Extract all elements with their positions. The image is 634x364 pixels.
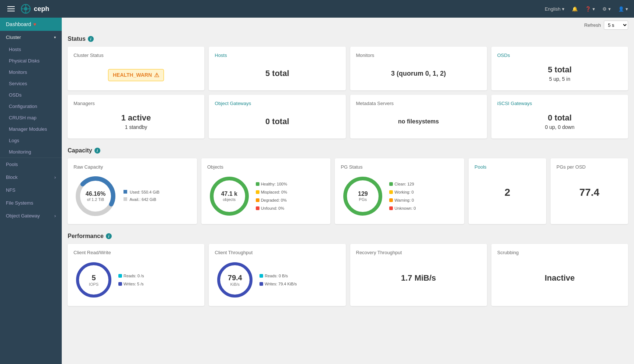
notifications-button[interactable]: 🔔: [572, 6, 578, 12]
objects-content: 47.1 k objects Healthy: 100% Mis: [207, 174, 325, 218]
metadata-servers-title: Metadata Servers: [356, 101, 481, 106]
question-icon: ❓: [585, 6, 591, 12]
navbar-logo-text: ceph: [34, 5, 49, 13]
recovery-throughput-value: 1.7 MiB/s: [401, 273, 436, 283]
sidebar-item-file-systems[interactable]: File Systems: [0, 197, 62, 209]
pools-content: 2: [474, 174, 540, 211]
iscsi-gateways-title[interactable]: iSCSI Gateways: [497, 101, 622, 106]
degraded-label: Degraded: 0%: [261, 196, 287, 204]
working-legend: Working: 0: [389, 188, 416, 196]
status-cards-grid: Cluster Status HEALTH_WARN ⚠ Hosts 5 tot…: [68, 47, 628, 138]
sidebar-item-monitors[interactable]: Monitors: [0, 66, 62, 78]
throughput-writes-dot: [259, 282, 263, 286]
sidebar-item-physical-disks[interactable]: Physical Disks: [0, 55, 62, 66]
sidebar-item-crush-map[interactable]: CRUSH map: [0, 112, 62, 123]
refresh-select[interactable]: 5 s 1 s 2 s 10 s 30 s 1 min: [604, 21, 628, 30]
object-gateways-content: 0 total: [215, 111, 340, 133]
scrubbing-content: Inactive: [497, 260, 622, 296]
capacity-info-icon[interactable]: i: [94, 148, 100, 154]
sidebar-item-object-gateway[interactable]: Object Gateway ›: [0, 209, 62, 222]
client-rw-center: 5 IOPS: [89, 274, 98, 286]
navbar: ceph English ▾ 🔔 ❓ ▾ ⚙ ▾ 👤 ▾: [0, 0, 634, 18]
user-button[interactable]: 👤 ▾: [618, 6, 628, 12]
svg-point-1: [24, 7, 28, 11]
pg-legend: Clean: 129 Working: 0 Warning: 0: [389, 180, 416, 212]
object-gateways-value: 0 total: [265, 117, 289, 126]
status-info-icon[interactable]: i: [88, 36, 94, 42]
sidebar-item-dashboard[interactable]: Dashboard ♥: [0, 18, 62, 31]
help-button[interactable]: ❓ ▾: [585, 6, 595, 12]
managers-value: 1 active: [121, 113, 151, 123]
osds-card: OSDs 5 total 5 up, 5 in: [491, 47, 628, 90]
sidebar-item-manager-modules[interactable]: Manager Modules: [0, 123, 62, 135]
settings-button[interactable]: ⚙ ▾: [602, 6, 611, 12]
refresh-label: Refresh: [584, 22, 601, 28]
managers-card: Managers 1 active 1 standby: [68, 95, 204, 138]
sidebar-item-configuration[interactable]: Configuration: [0, 101, 62, 112]
unknown-dot: [389, 206, 393, 210]
user-icon: 👤: [618, 6, 624, 12]
raw-capacity-pct: 46.16%: [86, 191, 105, 197]
sidebar-item-pools[interactable]: Pools: [0, 158, 62, 171]
dashboard-label: Dashboard: [6, 21, 31, 27]
performance-info-icon[interactable]: i: [106, 233, 112, 239]
client-throughput-card: Client Throughput 79.4 KiB/s: [209, 244, 345, 306]
warning-label: Warning: 0: [394, 196, 414, 204]
monitors-card-content: 3 (quorum 0, 1, 2): [356, 62, 481, 84]
gear-icon: ⚙: [602, 6, 607, 12]
sidebar-item-nfs[interactable]: NFS: [0, 184, 62, 197]
health-warn-badge: HEALTH_WARN ⚠: [108, 69, 164, 81]
pgs-per-osd-card: PGs per OSD 77.4: [551, 158, 628, 224]
object-gateways-title[interactable]: Object Gateways: [215, 101, 340, 106]
status-section: Status i Cluster Status HEALTH_WARN ⚠: [62, 33, 634, 144]
monitors-card-title: Monitors: [356, 53, 481, 58]
hamburger-menu[interactable]: [6, 5, 16, 13]
capacity-section-title: Capacity i: [68, 144, 628, 154]
avail-label: Avail.: 642 GiB: [129, 197, 156, 202]
managers-card-title: Managers: [74, 101, 198, 106]
hosts-card: Hosts 5 total: [209, 47, 345, 90]
client-throughput-value: 79.4: [228, 274, 242, 282]
capacity-section: Capacity i Raw Capacity 46.16: [62, 144, 634, 230]
raw-capacity-donut: 46.16% of 1.2 TiB: [74, 174, 118, 218]
client-throughput-legend: Reads: 0 B/s Writes: 79.4 KiB/s: [259, 272, 297, 288]
managers-subvalue: 1 standby: [125, 124, 147, 130]
throughput-writes-legend: Writes: 79.4 KiB/s: [259, 280, 297, 288]
osds-card-content: 5 total 5 up, 5 in: [497, 62, 622, 84]
sidebar-item-logs[interactable]: Logs: [0, 135, 62, 146]
performance-section: Performance i Client Read/Write: [62, 230, 634, 312]
language-selector[interactable]: English ▾: [545, 6, 565, 12]
sidebar-item-services[interactable]: Services: [0, 78, 62, 89]
osds-card-title[interactable]: OSDs: [497, 53, 622, 58]
used-dot: [123, 190, 127, 194]
client-rw-title: Client Read/Write: [74, 250, 198, 255]
pools-card-title[interactable]: Pools: [474, 164, 540, 170]
raw-capacity-card: Raw Capacity 46.16% of 1.2 TiB: [68, 158, 197, 224]
pg-sub: PGs: [358, 197, 368, 202]
client-rw-card: Client Read/Write 5 IOPS: [68, 244, 204, 306]
recovery-throughput-card: Recovery Throughput 1.7 MiB/s: [350, 244, 487, 306]
objects-center: 47.1 k objects: [221, 191, 237, 202]
client-throughput-donut: 79.4 KiB/s: [215, 260, 255, 300]
sidebar-item-hosts[interactable]: Hosts: [0, 44, 62, 55]
scrubbing-title: Scrubbing: [497, 250, 622, 255]
pg-status-center: 129 PGs: [358, 191, 368, 202]
cluster-section-header[interactable]: Cluster ▾: [0, 31, 62, 44]
pg-status-content: 129 PGs Clean: 129 Working: 0: [341, 174, 458, 218]
metadata-servers-card: Metadata Servers no filesystems: [350, 95, 487, 138]
cluster-label: Cluster: [6, 35, 21, 40]
chevron-right-icon: ›: [54, 213, 56, 219]
sidebar-item-block[interactable]: Block ›: [0, 171, 62, 184]
sidebar-item-monitoring[interactable]: Monitoring: [0, 146, 62, 158]
scrubbing-card: Scrubbing Inactive: [491, 244, 628, 306]
working-label: Working: 0: [394, 188, 413, 196]
sidebar-item-osds[interactable]: OSDs: [0, 89, 62, 101]
iscsi-gateways-value: 0 total: [548, 113, 572, 123]
warning-icon: ⚠: [154, 72, 159, 79]
throughput-writes-label: Writes: 79.4 KiB/s: [265, 280, 297, 288]
pools-value: 2: [505, 187, 511, 198]
hosts-card-title[interactable]: Hosts: [215, 53, 340, 58]
writes-dot: [118, 282, 122, 286]
client-rw-sub: IOPS: [89, 282, 98, 286]
chevron-down-icon: ▾: [562, 6, 565, 12]
